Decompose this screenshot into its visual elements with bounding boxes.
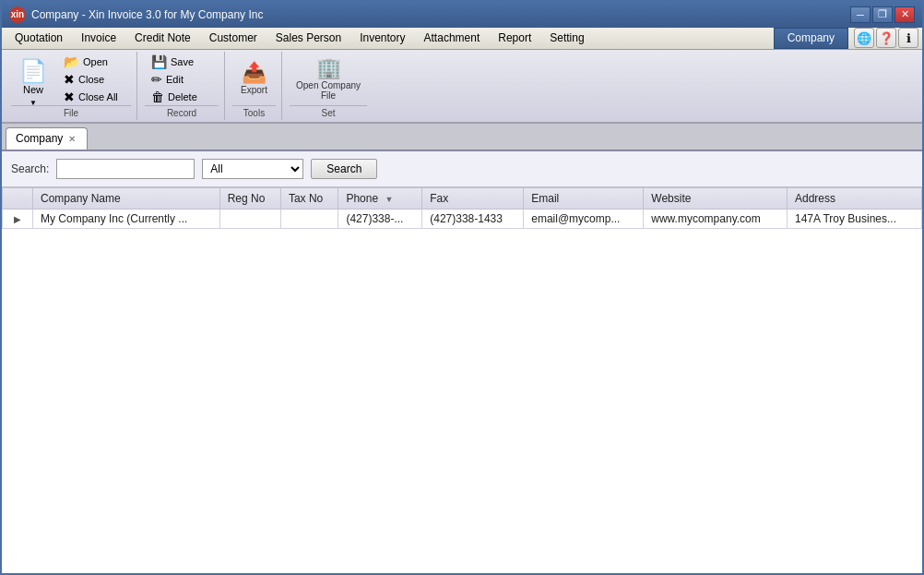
save-button[interactable]: 💾 Save <box>145 54 219 69</box>
search-filter-select[interactable]: All Company Name Reg No Tax No Phone Ema… <box>202 159 303 179</box>
cell-email: email@mycomp... <box>524 209 644 228</box>
open-button[interactable]: 📂 Open <box>57 54 131 69</box>
col-expand <box>3 187 33 209</box>
delete-label: Delete <box>168 91 197 102</box>
search-bar: Search: All Company Name Reg No Tax No P… <box>2 151 922 187</box>
close-icon: ✖ <box>64 72 75 87</box>
cell-expand[interactable]: ▶ <box>3 209 33 228</box>
close-window-button[interactable]: ✕ <box>894 6 915 23</box>
record-small-buttons: 💾 Save ✏ Edit 🗑 Delete <box>145 54 219 104</box>
menu-quotation[interactable]: Quotation <box>6 28 72 49</box>
new-button[interactable]: 📄 New <box>11 54 55 98</box>
record-group-buttons: 💾 Save ✏ Edit 🗑 Delete <box>145 54 219 105</box>
export-icon: 📤 <box>242 63 267 83</box>
table-body: ▶ My Company Inc (Currently ... (427)338… <box>3 209 922 228</box>
menu-customer[interactable]: Customer <box>200 28 267 49</box>
company-table: Company Name Reg No Tax No Phone ▼ <box>2 187 922 229</box>
record-group-label: Record <box>145 105 219 118</box>
company-file-icon: 🏢 <box>316 58 341 78</box>
menu-report[interactable]: Report <box>489 28 540 49</box>
cell-fax: (427)338-1433 <box>422 209 524 228</box>
company-active-tab[interactable]: Company <box>774 28 848 49</box>
tools-group: 📤 Export Tools <box>227 52 282 120</box>
export-button[interactable]: 📤 Export <box>234 54 275 105</box>
close-label: Close <box>78 74 104 85</box>
menu-inventory[interactable]: Inventory <box>350 28 414 49</box>
content-area: Search: All Company Name Reg No Tax No P… <box>2 151 922 573</box>
set-group-label: Set <box>290 105 367 118</box>
close-button[interactable]: ✖ Close <box>57 71 131 87</box>
restore-button[interactable]: ❐ <box>872 6 893 23</box>
expand-arrow: ▶ <box>10 214 25 224</box>
file-group: 📄 New ▼ 📂 Open ✖ Close <box>6 52 137 120</box>
cell-phone: (427)338-... <box>338 209 422 228</box>
menu-bar: Quotation Invoice Credit Note Customer S… <box>2 28 922 50</box>
tab-strip: Company ✕ <box>2 124 922 151</box>
title-bar: xin Company - Xin Invoice 3.0 for My Com… <box>2 2 922 28</box>
file-group-label: File <box>11 105 131 118</box>
table-row[interactable]: ▶ My Company Inc (Currently ... (427)338… <box>3 209 922 228</box>
col-company-name[interactable]: Company Name <box>33 187 220 209</box>
minimize-button[interactable]: ─ <box>850 6 871 23</box>
cell-website: www.mycompany.com <box>644 209 788 228</box>
close-all-button[interactable]: ✖ Close All <box>57 89 131 104</box>
table-header-row: Company Name Reg No Tax No Phone ▼ <box>3 187 922 209</box>
col-phone[interactable]: Phone ▼ <box>338 187 422 209</box>
ribbon-toolbar: 📄 New ▼ 📂 Open ✖ Close <box>2 50 922 124</box>
edit-icon: ✏ <box>151 72 162 87</box>
tab-company-close[interactable]: ✕ <box>66 134 77 144</box>
file-group-buttons: 📄 New ▼ 📂 Open ✖ Close <box>11 54 131 105</box>
search-label: Search: <box>11 162 49 175</box>
col-address[interactable]: Address <box>787 187 921 209</box>
open-company-file-label: Open CompanyFile <box>296 80 361 101</box>
col-website[interactable]: Website <box>644 187 788 209</box>
col-email[interactable]: Email <box>524 187 644 209</box>
set-group: 🏢 Open CompanyFile Set <box>284 52 373 120</box>
tools-group-buttons: 📤 Export <box>234 54 275 105</box>
menu-sales-person[interactable]: Sales Person <box>267 28 350 49</box>
search-input[interactable] <box>56 159 195 179</box>
file-small-buttons: 📂 Open ✖ Close ✖ Close All <box>57 54 131 104</box>
cell-company-name: My Company Inc (Currently ... <box>33 209 220 228</box>
info-button[interactable]: ℹ <box>898 28 918 48</box>
set-group-buttons: 🏢 Open CompanyFile <box>290 54 367 105</box>
save-label: Save <box>171 56 194 67</box>
menu-invoice[interactable]: Invoice <box>72 28 125 49</box>
app-icon: xin <box>9 6 26 23</box>
record-group: 💾 Save ✏ Edit 🗑 Delete Record <box>139 52 225 120</box>
menu-attachment[interactable]: Attachment <box>415 28 490 49</box>
new-button-wrap: 📄 New ▼ <box>11 54 55 105</box>
phone-sort-icon: ▼ <box>385 195 393 204</box>
menu-setting[interactable]: Setting <box>540 28 593 49</box>
close-all-label: Close All <box>78 91 118 102</box>
cell-address: 147A Troy Busines... <box>787 209 921 228</box>
edit-label: Edit <box>166 74 184 85</box>
new-icon: 📄 <box>19 58 47 84</box>
col-reg-no[interactable]: Reg No <box>219 187 280 209</box>
window-controls: ─ ❐ ✕ <box>850 6 915 23</box>
help-button[interactable]: ❓ <box>876 28 896 48</box>
col-tax-no[interactable]: Tax No <box>280 187 338 209</box>
company-table-container: Company Name Reg No Tax No Phone ▼ <box>2 187 922 573</box>
new-label: New <box>23 84 43 95</box>
close-all-icon: ✖ <box>64 90 75 104</box>
open-label: Open <box>83 56 108 67</box>
toolbar-right-buttons: 🌐 ❓ ℹ <box>854 28 918 48</box>
col-fax[interactable]: Fax <box>422 187 524 209</box>
menu-credit-note[interactable]: Credit Note <box>125 28 200 49</box>
cell-reg-no <box>219 209 280 228</box>
delete-icon: 🗑 <box>151 90 164 104</box>
delete-button[interactable]: 🗑 Delete <box>145 89 219 104</box>
tab-company[interactable]: Company ✕ <box>6 127 88 150</box>
cell-tax-no <box>280 209 338 228</box>
main-window: xin Company - Xin Invoice 3.0 for My Com… <box>0 0 924 575</box>
edit-button[interactable]: ✏ Edit <box>145 71 219 87</box>
window-title: Company - Xin Invoice 3.0 for My Company… <box>31 8 263 21</box>
open-company-file-button[interactable]: 🏢 Open CompanyFile <box>290 54 367 105</box>
search-button[interactable]: Search <box>311 159 377 179</box>
tab-company-label: Company <box>16 132 63 145</box>
export-label: Export <box>241 85 267 95</box>
save-icon: 💾 <box>151 54 167 69</box>
open-icon: 📂 <box>64 54 79 69</box>
browser-button[interactable]: 🌐 <box>854 28 874 48</box>
